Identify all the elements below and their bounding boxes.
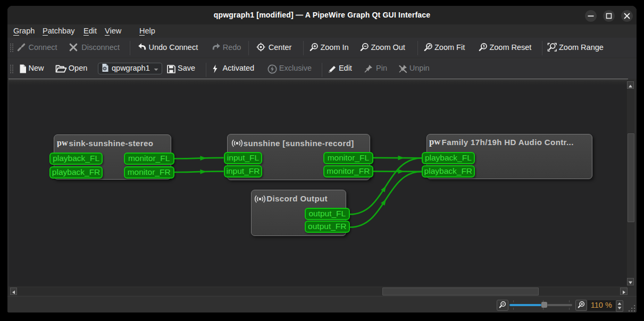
svg-text:pw: pw — [429, 138, 440, 147]
svg-text:pw: pw — [57, 139, 68, 147]
